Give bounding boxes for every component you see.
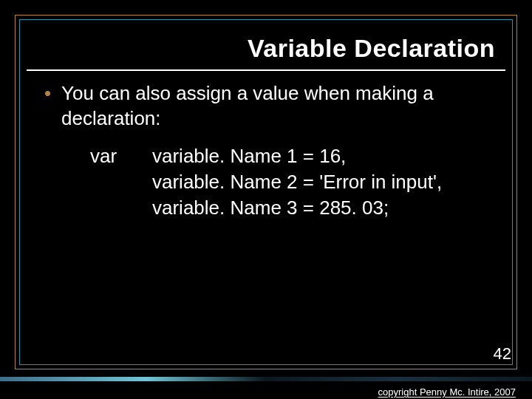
slide-title: Variable Declaration: [248, 34, 495, 63]
code-line-3: variable. Name 3 = 285. 03;: [90, 195, 495, 221]
code-text-2: variable. Name 2 = 'Error in input',: [152, 169, 442, 195]
code-keyword: var: [90, 143, 152, 169]
code-block: var variable. Name 1 = 16, variable. Nam…: [90, 143, 495, 221]
code-text-1: variable. Name 1 = 16,: [152, 143, 346, 169]
content-area: • You can also assign a value when makin…: [44, 81, 495, 221]
footer-gradient-left: [0, 377, 266, 381]
code-indent: [90, 169, 152, 195]
copyright-text: copyright Penny Mc. Intire, 2007: [378, 386, 516, 398]
bullet-item: • You can also assign a value when makin…: [44, 81, 495, 132]
code-text-3: variable. Name 3 = 285. 03;: [152, 195, 389, 221]
code-line-1: var variable. Name 1 = 16,: [90, 143, 495, 169]
bullet-dot-icon: •: [44, 81, 51, 106]
title-underline: [27, 69, 505, 71]
bullet-text: You can also assign a value when making …: [61, 81, 495, 132]
code-line-2: variable. Name 2 = 'Error in input',: [90, 169, 495, 195]
slide: Variable Declaration • You can also assi…: [0, 0, 532, 399]
code-indent: [90, 195, 152, 221]
footer-gradient-right: [266, 377, 532, 381]
slide-number: 42: [494, 344, 511, 364]
